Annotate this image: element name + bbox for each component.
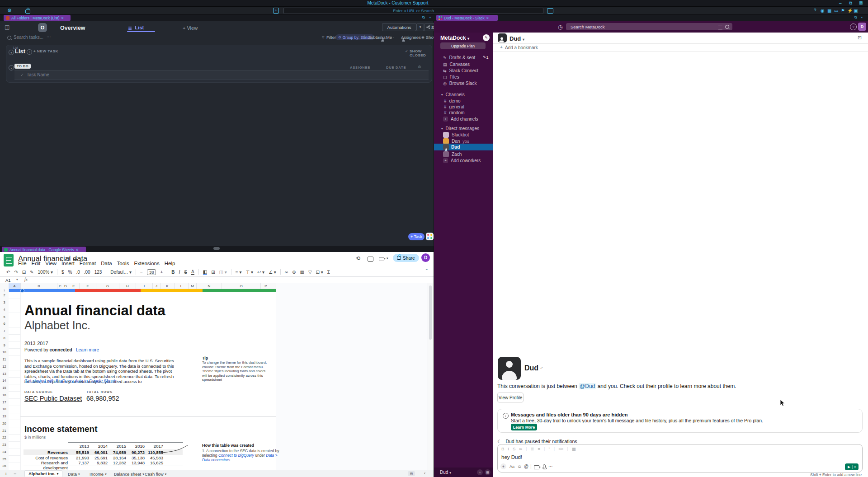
toolbar-item[interactable]: ◧	[203, 270, 207, 275]
toolbar-item[interactable]: ∠ ▾	[269, 270, 276, 275]
restore-button[interactable]: ⧉	[849, 0, 852, 6]
profile-link-icon[interactable]: ♂	[540, 365, 543, 370]
toolbar-item[interactable]: ↶	[6, 270, 10, 275]
column-header[interactable]: F	[80, 283, 96, 289]
format-icon[interactable]: <>	[558, 446, 563, 451]
save-icon[interactable]: ▣	[854, 8, 858, 13]
row-header[interactable]: 11	[0, 356, 9, 363]
row-header[interactable]: 23	[0, 441, 9, 449]
toolbar-item[interactable]	[106, 269, 106, 275]
url-input[interactable]: Enter a URL or Search	[283, 8, 543, 14]
add-channels-button[interactable]: +Add channels	[443, 117, 478, 122]
toolbar-item[interactable]: ▽	[308, 270, 312, 275]
scrollbar-thumb[interactable]	[429, 285, 432, 340]
emoji-icon[interactable]: ☺	[517, 464, 522, 469]
toolbar-item[interactable]: ∞	[285, 270, 288, 275]
row-header[interactable]: 26	[0, 463, 9, 470]
format-icon[interactable]: ∞	[519, 446, 522, 451]
view-profile-button[interactable]: View Profile	[497, 393, 524, 402]
new-task-button[interactable]: + NEW TASK	[33, 49, 58, 53]
data-connectors-link[interactable]: Data connectors	[202, 458, 230, 462]
dm-dud-selected[interactable]: Dud	[434, 144, 493, 150]
info-icon[interactable]: i	[27, 49, 32, 55]
mention-chip[interactable]: @Dud	[579, 383, 596, 389]
headphones-icon[interactable]: ∩	[477, 469, 483, 475]
windows-icon[interactable]: ▦	[827, 8, 831, 13]
format-icon[interactable]: ”	[549, 446, 550, 451]
toolbar-item[interactable]: ⊤ ▾	[245, 270, 253, 275]
toolbar-item[interactable]: 100% ▾	[38, 270, 53, 275]
row-header[interactable]: 3	[0, 299, 9, 306]
message-composer[interactable]: BIS∞|≣≡|”|<>|▦ hey Dud! + Aa ☺ @ | ⋯ ▶ ▾	[497, 444, 863, 472]
name-box[interactable]: A1	[5, 278, 11, 283]
format-icon[interactable]: ≣	[531, 446, 534, 451]
row-header[interactable]: 10	[0, 349, 9, 356]
me-mode-button[interactable]: Me	[386, 35, 392, 40]
toolbar-item[interactable]: Σ	[327, 270, 330, 275]
add-task-fab[interactable]: + Task	[408, 233, 425, 240]
row-header[interactable]: 4	[0, 306, 9, 313]
menu-item[interactable]: Edit	[32, 261, 41, 266]
detach-pane-icon[interactable]: ⧉	[854, 15, 857, 20]
column-header[interactable]: O	[222, 283, 261, 289]
select-all-corner[interactable]	[0, 283, 9, 290]
message-input[interactable]: hey Dud!	[501, 454, 522, 460]
learn-more-link[interactable]: Learn more	[76, 347, 99, 352]
new-tab-icon[interactable]: +	[273, 8, 279, 14]
row-header[interactable]: 13	[0, 370, 9, 377]
filter-sliders-icon[interactable]	[718, 25, 722, 29]
collapse-group-icon[interactable]: ▾	[9, 65, 14, 70]
bookmark-icon[interactable]: ⚑	[841, 8, 845, 13]
toolbar-item[interactable]: ≡ ▾	[236, 270, 242, 275]
settings-gear-icon[interactable]: ⚙	[7, 8, 12, 14]
menu-item[interactable]: Format	[80, 261, 96, 266]
huddle-label[interactable]: Dud ▾	[440, 470, 451, 475]
search-more-icon[interactable]: ⋯	[47, 34, 51, 39]
toolbar-item[interactable]: %	[68, 270, 72, 275]
format-icon[interactable]: I	[508, 446, 509, 451]
mic-icon[interactable]	[543, 464, 546, 468]
minimize-button[interactable]: –	[839, 0, 842, 5]
menu-item[interactable]: Help	[165, 261, 175, 266]
menu-item[interactable]: View	[45, 261, 57, 266]
account-avatar[interactable]: D	[858, 23, 866, 31]
sidebar-item-browse[interactable]: ◎Browse Slack	[443, 81, 476, 86]
sheet-tab-income[interactable]: Income▾	[90, 472, 107, 477]
row-header[interactable]: 9	[0, 341, 9, 349]
format-icon[interactable]: |	[554, 446, 555, 451]
assignees-button[interactable]: Assignees	[401, 35, 421, 40]
toolbar-item[interactable]: S	[184, 270, 187, 275]
text-format-icon[interactable]: Aa	[509, 464, 514, 469]
sidebar-item-slack-connect[interactable]: ⇆Slack Connect	[443, 68, 478, 73]
tab-close-icon[interactable]: ×	[76, 248, 78, 252]
row-header[interactable]: 21	[0, 427, 9, 434]
vertical-scrollbar[interactable]	[428, 283, 433, 470]
tab-list[interactable]: List	[135, 25, 144, 30]
bigquery-link[interactable]: Get started with BigQuery data in Google…	[24, 378, 117, 383]
sidebar-item-files[interactable]: ▢Files	[443, 75, 459, 80]
row-header[interactable]: 20	[0, 420, 9, 427]
collapse-list-icon[interactable]: ▾	[9, 50, 14, 55]
column-header[interactable]: N	[197, 283, 222, 289]
automations-button[interactable]: Automations	[382, 23, 416, 31]
row-header[interactable]: 25	[0, 455, 9, 463]
scroll-left-icon[interactable]: ‹	[424, 471, 425, 476]
toolbar-item[interactable]: ⊕	[292, 270, 296, 275]
column-header[interactable]: C	[57, 283, 63, 289]
format-icon[interactable]: ≡	[538, 446, 541, 451]
collapse-toolbar-icon[interactable]: ⌃	[425, 268, 429, 273]
column-header[interactable]: G	[96, 283, 119, 289]
sidebar-item-canvases[interactable]: ▤Canvases	[443, 62, 470, 67]
format-icon[interactable]: |	[567, 446, 568, 451]
column-header[interactable]: K	[160, 283, 175, 289]
close-button[interactable]: ⊠	[859, 0, 863, 5]
column-header[interactable]: H	[119, 283, 136, 289]
pane-drag-handle[interactable]	[213, 247, 220, 250]
mention-icon[interactable]: @	[524, 464, 528, 469]
toolbar-item[interactable]: ◫ ▾	[219, 270, 227, 275]
column-header[interactable]: P	[261, 283, 271, 289]
menu-item[interactable]: Extensions	[134, 261, 159, 266]
sidebar-item-drafts[interactable]: ✎Drafts & sent	[443, 55, 475, 60]
monitor-icon[interactable]: ▭	[834, 8, 838, 13]
attach-plus-icon[interactable]: +	[500, 463, 506, 469]
